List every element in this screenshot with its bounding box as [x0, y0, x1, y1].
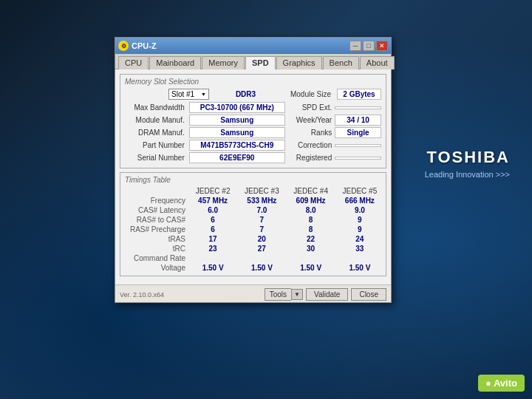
timings-row-label: tRAS: [122, 234, 188, 244]
timings-cell: 1.50 V: [237, 263, 286, 273]
timings-cell: 6: [188, 225, 237, 234]
avito-label: Avito: [494, 378, 517, 389]
version-label: Ver. 2.10.0.x64: [120, 291, 164, 299]
timings-cell: 8: [287, 215, 335, 225]
timings-cell: 7: [237, 225, 286, 234]
spd-content: Memory Slot Selection Slot #1 ▼ DDR3 Mod…: [115, 69, 391, 284]
timings-cell: 1.50 V: [188, 263, 237, 273]
timings-row: tRAS17202224: [122, 234, 384, 244]
tools-button[interactable]: Tools: [265, 288, 291, 301]
timings-cell: 1.50 V: [335, 263, 384, 273]
timings-cell: 6.0: [188, 205, 237, 215]
module-manuf-row: Module Manuf. Samsung Week/Year 34 / 10: [125, 115, 381, 126]
timings-cell: [188, 253, 237, 263]
timings-row: CAS# Latency6.07.08.09.0: [122, 205, 384, 215]
tab-bench[interactable]: Bench: [323, 56, 359, 69]
timings-cell: 9: [335, 215, 384, 225]
tab-memory[interactable]: Memory: [202, 56, 245, 69]
timings-cell: 7: [237, 215, 286, 225]
timings-cell: 7.0: [237, 205, 286, 215]
footer-buttons: Tools ▼ Validate Close: [265, 288, 386, 301]
serial-number-row: Serial Number 62E9EF90 Registered: [125, 152, 381, 163]
timings-title: Timings Table: [122, 176, 384, 184]
timings-cell: 609 MHz: [287, 196, 335, 205]
timings-col-jedec2: JEDEC #2: [188, 186, 237, 196]
timings-table: JEDEC #2 JEDEC #3 JEDEC #4 JEDEC #5 Freq…: [122, 186, 384, 273]
timings-cell: 22: [287, 234, 335, 244]
timings-cell: 20: [237, 234, 286, 244]
timings-header-row: JEDEC #2 JEDEC #3 JEDEC #4 JEDEC #5: [122, 186, 384, 196]
timings-cell: 6: [188, 215, 237, 225]
timings-row-label: Voltage: [122, 263, 188, 273]
timings-cell: 23: [188, 244, 237, 253]
timings-cell: 457 MHz: [188, 196, 237, 205]
timings-cell: [237, 253, 286, 263]
timings-cell: 8.0: [287, 205, 335, 215]
slot-row: Slot #1 ▼ DDR3 Module Size 2 GBytes: [125, 89, 381, 100]
cpuz-footer: Ver. 2.10.0.x64 Tools ▼ Validate Close: [115, 284, 391, 302]
module-manuf-value: Samsung: [189, 115, 285, 126]
toshiba-tagline: Leading Innovation >>>: [425, 170, 510, 179]
slot-selector[interactable]: Slot #1 ▼: [168, 89, 209, 100]
tab-graphics[interactable]: Graphics: [276, 56, 322, 69]
title-bar: ⚙ CPU-Z ─ □ ✕: [115, 38, 391, 54]
tab-mainboard[interactable]: Mainboard: [149, 56, 201, 69]
timings-cell: 9.0: [335, 205, 384, 215]
timings-row-label: RAS# to CAS#: [122, 215, 188, 225]
spd-ext-label: SPD Ext.: [285, 103, 335, 112]
timings-cell: [335, 253, 384, 263]
module-manuf-label: Module Manuf.: [125, 116, 189, 124]
close-button[interactable]: Close: [351, 288, 386, 301]
timings-cell: 30: [287, 244, 335, 253]
week-year-value: 34 / 10: [335, 115, 381, 126]
tab-cpu[interactable]: CPU: [118, 56, 149, 69]
maximize-button[interactable]: □: [363, 41, 375, 51]
memory-slot-section-title: Memory Slot Selection: [125, 78, 381, 86]
timings-col-empty: [122, 186, 188, 196]
serial-number-value: 62E9EF90: [189, 152, 285, 163]
part-number-value: M471B5773CHS-CH9: [189, 140, 285, 151]
registered-value: [335, 157, 381, 160]
timings-cell: 24: [335, 234, 384, 244]
slot-dropdown-arrow: ▼: [201, 92, 206, 97]
toshiba-logo: TOSHIBA: [426, 148, 510, 167]
timings-row: RAS# Precharge6789: [122, 225, 384, 234]
timings-row-label: Frequency: [122, 196, 188, 205]
memory-slot-section: Memory Slot Selection Slot #1 ▼ DDR3 Mod…: [120, 74, 386, 168]
ddr-type-value: DDR3: [212, 90, 279, 98]
tab-spd[interactable]: SPD: [245, 56, 276, 69]
minimize-button[interactable]: ─: [349, 41, 361, 51]
window-title: CPU-Z: [132, 41, 157, 50]
tools-button-group: Tools ▼: [265, 288, 303, 301]
timings-row: RAS# to CAS#6789: [122, 215, 384, 225]
part-number-row: Part Number M471B5773CHS-CH9 Correction: [125, 140, 381, 151]
max-bandwidth-row: Max Bandwidth PC3-10700 (667 MHz) SPD Ex…: [125, 102, 381, 113]
avito-text: ●: [485, 378, 494, 389]
tab-about[interactable]: About: [360, 56, 395, 69]
timings-cell: 33: [335, 244, 384, 253]
timings-section: Timings Table JEDEC #2 JEDEC #3 JEDEC #4…: [120, 172, 386, 276]
timings-cell: 666 MHz: [335, 196, 384, 205]
ranks-label: Ranks: [285, 129, 335, 137]
correction-value: [335, 144, 381, 147]
tools-dropdown-arrow[interactable]: ▼: [291, 289, 303, 300]
max-bandwidth-value: PC3-10700 (667 MHz): [189, 102, 285, 113]
timings-cell: [287, 253, 335, 263]
dram-manuf-value: Samsung: [189, 127, 285, 138]
title-controls: ─ □ ✕: [349, 41, 388, 51]
timings-cell: 17: [188, 234, 237, 244]
slot-value: Slot #1: [171, 90, 194, 98]
title-bar-left: ⚙ CPU-Z: [118, 41, 157, 51]
validate-button[interactable]: Validate: [306, 288, 348, 301]
avito-badge: ● Avito: [478, 375, 525, 392]
timings-row: Frequency457 MHz533 MHz609 MHz666 MHz: [122, 196, 384, 205]
timings-col-jedec4: JEDEC #4: [287, 186, 335, 196]
correction-label: Correction: [285, 141, 335, 149]
timings-cell: 27: [237, 244, 286, 253]
close-window-button[interactable]: ✕: [376, 41, 388, 51]
dram-manuf-label: DRAM Manuf.: [125, 129, 189, 137]
spd-ext-value: [335, 106, 381, 109]
timings-cell: 533 MHz: [237, 196, 286, 205]
timings-col-jedec3: JEDEC #3: [237, 186, 286, 196]
timings-col-jedec5: JEDEC #5: [335, 186, 384, 196]
